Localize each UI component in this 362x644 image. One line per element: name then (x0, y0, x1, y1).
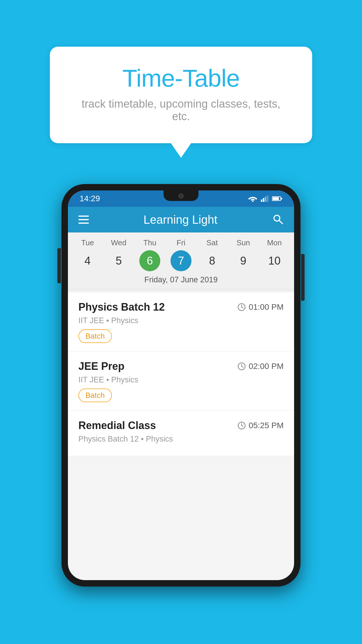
schedule-item-title: Physics Batch 12 (78, 301, 165, 313)
hamburger-line-1 (78, 216, 89, 217)
schedule-item-subtitle: IIT JEE • Physics (78, 375, 284, 384)
hamburger-line-3 (78, 223, 89, 224)
schedule-time-text: 02:00 PM (249, 362, 284, 371)
day-name: Wed (111, 238, 126, 247)
schedule-item-header: Physics Batch 1201:00 PM (78, 301, 284, 313)
svg-rect-7 (273, 197, 279, 200)
phone-mockup: 14:29 (61, 184, 301, 587)
calendar-day-cell[interactable]: Mon10 (259, 238, 289, 271)
selected-date-label: Friday, 07 June 2019 (68, 271, 294, 289)
hamburger-menu-button[interactable] (78, 216, 89, 224)
schedule-item-title: JEE Prep (78, 360, 124, 372)
wifi-icon (248, 195, 257, 202)
svg-line-9 (279, 220, 282, 224)
day-number: 4 (77, 250, 98, 271)
day-number: 6 (139, 250, 160, 271)
batch-badge: Batch (78, 329, 112, 343)
app-header: Learning Light (68, 207, 294, 232)
calendar-day-row: Tue4Wed5Thu6Fri7Sat8Sun9Mon10 (68, 238, 294, 271)
schedule-item-title: Remedial Class (78, 419, 156, 432)
clock-icon (238, 421, 246, 430)
svg-line-18 (242, 426, 243, 426)
calendar-day-cell[interactable]: Sun9 (228, 238, 259, 271)
day-name: Sat (206, 238, 218, 247)
signal-icon (261, 195, 268, 202)
speech-bubble-title: Time-Table (73, 64, 289, 92)
svg-rect-4 (267, 195, 268, 202)
search-icon (272, 213, 284, 225)
day-name: Tue (81, 238, 94, 247)
schedule-item-subtitle: Physics Batch 12 • Physics (78, 435, 284, 444)
svg-line-15 (242, 366, 243, 367)
battery-icon (272, 196, 282, 201)
speech-bubble-subtitle: track timetable, upcoming classes, tests… (73, 98, 289, 123)
day-name: Thu (143, 238, 157, 247)
schedule-item-time: 01:00 PM (238, 302, 284, 312)
svg-rect-3 (265, 197, 266, 202)
schedule-item[interactable]: Physics Batch 1201:00 PMIIT JEE • Physic… (68, 292, 294, 351)
phone-notch (164, 190, 198, 201)
calendar-day-cell[interactable]: Fri7 (166, 238, 196, 271)
day-name: Sun (237, 238, 250, 247)
batch-badge: Batch (78, 388, 112, 402)
day-number: 5 (108, 250, 129, 271)
day-number: 9 (233, 250, 254, 271)
clock-icon (238, 303, 246, 311)
calendar-day-cell[interactable]: Wed5 (103, 238, 134, 271)
svg-line-12 (242, 307, 243, 308)
day-number: 7 (171, 250, 191, 271)
search-button[interactable] (272, 213, 284, 226)
schedule-item-header: Remedial Class05:25 PM (78, 419, 284, 432)
calendar-strip: Tue4Wed5Thu6Fri7Sat8Sun9Mon10 Friday, 07… (68, 232, 294, 292)
day-name: Fri (177, 238, 185, 247)
calendar-day-cell[interactable]: Sat8 (197, 238, 227, 271)
camera-dot (178, 193, 184, 199)
schedule-time-text: 01:00 PM (249, 302, 284, 312)
speech-bubble-arrow (171, 143, 191, 158)
svg-point-0 (252, 201, 254, 202)
day-number: 8 (202, 250, 223, 271)
schedule-item-subtitle: IIT JEE • Physics (78, 316, 284, 325)
schedule-item[interactable]: Remedial Class05:25 PMPhysics Batch 12 •… (68, 411, 294, 456)
status-time: 14:29 (80, 194, 100, 203)
schedule-time-text: 05:25 PM (249, 421, 284, 430)
app-title: Learning Light (143, 213, 217, 226)
status-icons (248, 195, 282, 202)
schedule-item-time: 05:25 PM (238, 421, 284, 430)
calendar-divider (68, 289, 294, 289)
speech-bubble: Time-Table track timetable, upcoming cla… (50, 47, 312, 143)
svg-rect-1 (261, 200, 262, 202)
svg-rect-6 (281, 198, 282, 200)
calendar-day-cell[interactable]: Thu6 (135, 238, 165, 271)
schedule-item-header: JEE Prep02:00 PM (78, 360, 284, 372)
svg-rect-2 (263, 198, 264, 202)
clock-icon (238, 362, 246, 370)
day-name: Mon (267, 238, 282, 247)
phone-screen: 14:29 (68, 190, 294, 580)
hamburger-line-2 (78, 219, 89, 220)
calendar-day-cell[interactable]: Tue4 (72, 238, 103, 271)
phone-outer: 14:29 (61, 184, 301, 587)
day-number: 10 (264, 250, 285, 271)
schedule-list: Physics Batch 1201:00 PMIIT JEE • Physic… (68, 292, 294, 456)
schedule-item[interactable]: JEE Prep02:00 PMIIT JEE • PhysicsBatch (68, 351, 294, 411)
schedule-item-time: 02:00 PM (238, 362, 284, 371)
speech-bubble-wrapper: Time-Table track timetable, upcoming cla… (50, 47, 312, 158)
